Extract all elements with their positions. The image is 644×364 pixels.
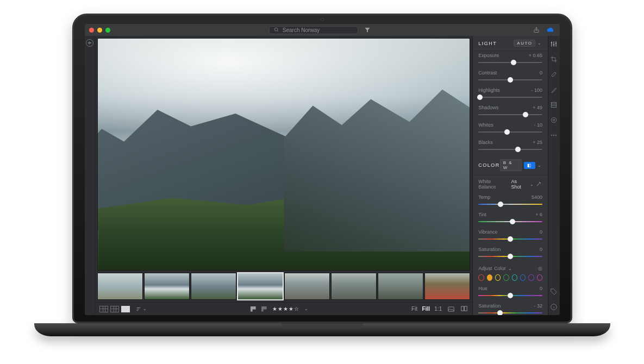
svg-rect-4: [461, 306, 464, 310]
titlebar: Search Norway: [85, 24, 560, 36]
bw-button[interactable]: B & W: [500, 159, 522, 171]
color-swatch[interactable]: [537, 274, 542, 281]
linear-gradient-tool[interactable]: [550, 101, 558, 109]
bandage-icon: [550, 71, 558, 78]
target-adjust-button[interactable]: ◎: [538, 266, 542, 271]
color-swatch[interactable]: [478, 274, 484, 281]
crop-tool[interactable]: [550, 55, 558, 63]
light-slider-blacks[interactable]: Blacks+ 25: [473, 138, 548, 155]
auto-button[interactable]: AUTO: [514, 40, 535, 47]
star[interactable]: ☆: [294, 306, 299, 312]
filmstrip-thumb[interactable]: [144, 273, 190, 300]
light-slider-contrast[interactable]: Contrast0: [473, 68, 548, 86]
add-photos-button[interactable]: [86, 39, 93, 47]
filmstrip[interactable]: [95, 271, 472, 302]
zoom-fill-button[interactable]: Fill: [422, 306, 430, 312]
star[interactable]: ★: [278, 306, 283, 312]
svg-rect-5: [465, 306, 467, 310]
show-original-button[interactable]: [447, 305, 455, 313]
compare-view-button[interactable]: [460, 305, 468, 313]
main-photo: [97, 38, 470, 271]
color-slider-vibrance[interactable]: Vibrance0: [473, 228, 548, 245]
star[interactable]: ★: [283, 306, 288, 312]
cloud-icon: [547, 26, 554, 34]
color-swatch[interactable]: [512, 274, 517, 281]
sort-button[interactable]: ⌄: [135, 306, 147, 312]
linear-gradient-icon: [550, 101, 558, 109]
svg-point-8: [552, 117, 557, 122]
svg-rect-7: [552, 102, 557, 107]
color-slider-saturation[interactable]: Saturation0: [473, 245, 548, 262]
light-slider-highlights[interactable]: Highlights- 100: [473, 86, 548, 103]
grid-view-button[interactable]: [99, 306, 108, 312]
color-section-header[interactable]: COLOR B & W ◧ ⌄: [473, 155, 548, 175]
filmstrip-thumb[interactable]: [191, 273, 236, 300]
square-grid-view-button[interactable]: [110, 306, 119, 312]
color-profile-button[interactable]: ◧: [524, 162, 536, 169]
search-input[interactable]: Search Norway: [269, 26, 358, 34]
light-slider-exposure[interactable]: Exposure+ 0.65: [473, 51, 548, 68]
zoom-fit-button[interactable]: Fit: [411, 306, 417, 312]
mixer-slider-saturation[interactable]: Saturation- 32: [473, 302, 548, 315]
svg-point-12: [555, 135, 557, 136]
more-icon: [550, 131, 558, 139]
color-swatch[interactable]: [495, 274, 501, 281]
zoom-1to1-button[interactable]: 1:1: [434, 306, 442, 312]
filmstrip-thumb[interactable]: [378, 273, 423, 300]
keywords-button[interactable]: [550, 288, 558, 296]
star[interactable]: ★: [272, 306, 277, 312]
slider-value: + 0.65: [529, 53, 542, 58]
color-swatch[interactable]: [487, 274, 492, 281]
eyedropper-button[interactable]: [536, 180, 542, 188]
minimize-window-button[interactable]: [97, 28, 102, 33]
svg-point-10: [551, 135, 552, 136]
light-slider-shadows[interactable]: Shadows+ 49: [473, 103, 548, 121]
share-button[interactable]: [532, 25, 541, 35]
mixer-slider-hue[interactable]: Hue0: [473, 284, 548, 302]
slider-value: + 49: [533, 105, 542, 110]
brush-icon: [550, 86, 558, 93]
filmstrip-thumb[interactable]: [284, 273, 330, 300]
brush-tool[interactable]: [550, 86, 558, 93]
tag-icon: [550, 288, 558, 296]
white-balance-label: White Balance: [478, 179, 509, 190]
filmstrip-thumb[interactable]: [424, 273, 470, 300]
star-rating[interactable]: ★★★★☆: [272, 306, 299, 312]
healing-tool[interactable]: [550, 71, 558, 78]
radial-gradient-tool[interactable]: [550, 116, 558, 124]
color-swatch[interactable]: [520, 274, 526, 281]
close-window-button[interactable]: [89, 28, 94, 33]
edit-sliders-tool[interactable]: [550, 40, 558, 48]
flag-pick-button[interactable]: [251, 306, 256, 312]
photo-canvas[interactable]: [95, 36, 472, 271]
loupe-view-button[interactable]: [121, 306, 130, 312]
slider-label: Shadows: [478, 105, 498, 110]
color-slider-tint[interactable]: Tint+ 6: [473, 210, 548, 228]
slider-value: - 32: [534, 303, 542, 309]
slider-label: Exposure: [478, 53, 499, 58]
star[interactable]: ★: [289, 306, 293, 312]
white-balance-row[interactable]: White Balance As Shot ⌄: [473, 175, 548, 193]
slider-value: 0: [540, 229, 542, 235]
filmstrip-thumb[interactable]: [331, 273, 377, 300]
cloud-sync-button[interactable]: [546, 25, 555, 35]
light-slider-whites[interactable]: Whites- 10: [473, 121, 548, 138]
eyedropper-icon: [536, 180, 542, 187]
light-section-header[interactable]: LIGHT AUTO ⌄: [473, 36, 548, 51]
color-swatch[interactable]: [528, 274, 534, 281]
view-mode-group: [99, 306, 130, 312]
filmstrip-thumb[interactable]: [237, 273, 283, 300]
fullscreen-window-button[interactable]: [105, 28, 110, 33]
info-button[interactable]: [550, 303, 558, 311]
slider-value: + 6: [535, 212, 542, 217]
color-slider-temp[interactable]: Temp5400: [473, 193, 548, 210]
flag-reject-button[interactable]: [261, 306, 267, 312]
color-swatch[interactable]: [503, 274, 509, 281]
light-title: LIGHT: [478, 41, 497, 46]
filter-button[interactable]: [362, 25, 372, 35]
color-mixer-row[interactable]: Adjust Color ⌄ ◎: [473, 262, 548, 273]
filmstrip-thumb[interactable]: [97, 273, 143, 300]
slider-value: 0: [540, 247, 542, 252]
app-window: Search Norway: [85, 24, 560, 315]
more-tools-button[interactable]: [550, 131, 558, 139]
